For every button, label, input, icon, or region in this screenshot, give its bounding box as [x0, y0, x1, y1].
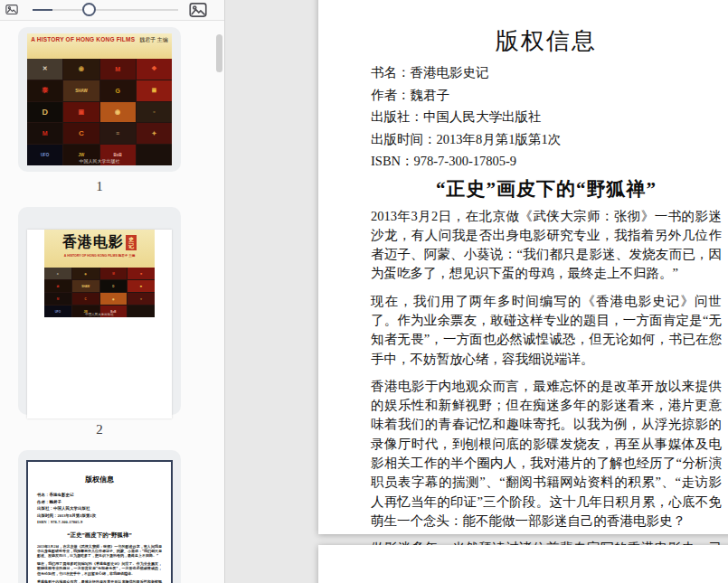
- thumbnail-list: A HISTORY OF HONG KONG FILMS 魏君子 主编 ✕ ◉ …: [0, 21, 225, 583]
- studio-logo-tile: M: [100, 268, 128, 279]
- studio-logo-tile: SHAW: [63, 80, 99, 101]
- studio-logo-tile: ≣: [128, 280, 155, 292]
- thumbnail-size-slider[interactable]: [33, 0, 178, 20]
- slider-knob[interactable]: [82, 3, 96, 16]
- mini-paragraph: 现在，我们用了两年多时间编写的《香港电影史记》问世了。作为业余票友，敢碰这样专业…: [37, 561, 162, 576]
- mini-page-heading: “正史”画皮下的“野狐禅”: [37, 531, 162, 540]
- paragraph: 现在，我们用了两年多时间编写的《香港电影史记》问世了。作为业余票友，敢碰这样专业…: [371, 292, 722, 369]
- studio-logo-grid-mini: ✕ ◉ M ❖ 泰 SHAW D ≣ M C ◉ ✦ UFO: [44, 268, 155, 317]
- mini-meta-line: ISBN：978-7-300-17805-9: [37, 519, 162, 526]
- thumbnail-toolbar: [0, 0, 224, 21]
- thumbnail-page-2[interactable]: 香港电影 史 记 A HISTORY OF HONG KONG FILMS 魏君…: [18, 207, 181, 415]
- ebook-reader-window: A HISTORY OF HONG KONG FILMS 魏君子 主编 ✕ ◉ …: [0, 0, 728, 583]
- thumbnail-size-small-icon[interactable]: [5, 4, 18, 15]
- thumbnail-sidebar: A HISTORY OF HONG KONG FILMS 魏君子 主编 ✕ ◉ …: [0, 0, 225, 583]
- sidebar-scrollbar[interactable]: [216, 34, 222, 72]
- studio-logo-tile: ✦: [137, 123, 172, 144]
- meta-book-title: 书名：香港电影史记: [371, 66, 722, 80]
- studio-logo-tile: C: [72, 293, 99, 305]
- studio-logo-tile: ❖: [137, 59, 172, 80]
- mini-paragraph: 香港电影于内地观众而言，最难忘怀的是改革开放以来提供的娱乐性和新鲜视野；但在痴迷…: [37, 579, 162, 583]
- mini-meta-line: 出版社：中国人民大学出版社: [37, 505, 162, 512]
- cover-mini-top: 香港电影 史 记 A HISTORY OF HONG KONG FILMS 魏君…: [44, 230, 155, 268]
- meta-publisher: 出版社：中国人民大学出版社: [371, 110, 722, 124]
- copyright-page: 版权信息 书名：香港电影史记 作者：魏君子 出版社：中国人民大学出版社 出版时间…: [318, 0, 728, 534]
- mini-page-title: 版权信息: [37, 475, 162, 484]
- studio-logo-tile: ▣: [63, 102, 99, 123]
- copyright-page-preview: 版权信息 书名：香港电影史记 作者：魏君子 出版社：中国人民大学出版社 出版时间…: [26, 460, 173, 583]
- slider-track[interactable]: [33, 9, 178, 11]
- section-heading: “正史”画皮下的“野狐禅”: [371, 179, 722, 199]
- page-label-1: 1: [18, 179, 181, 194]
- studio-logo-tile: ≣: [137, 80, 172, 101]
- page-title: 版权信息: [371, 25, 722, 57]
- studio-logo-tile: M: [27, 123, 62, 144]
- studio-logo-tile: SHAW: [72, 280, 99, 292]
- studio-logo-tile: D: [100, 280, 128, 292]
- thumbnail-size-large-icon[interactable]: [189, 2, 207, 18]
- thumbnail-page-3-selected[interactable]: 版权信息 书名：香港电影史记 作者：魏君子 出版社：中国人民大学出版社 出版时间…: [18, 450, 181, 583]
- cover-publisher-text: 中国人民大学出版社: [44, 313, 155, 316]
- meta-publish-date: 出版时间：2013年8月第1版第1次: [371, 133, 722, 146]
- cover-subtitle-text: A HISTORY OF HONG KONG FILMS 魏君子 主编: [44, 254, 155, 258]
- slider-fill: [33, 9, 52, 11]
- studio-logo-tile: M: [100, 59, 136, 80]
- meta-isbn: ISBN：978-7-300-17805-9: [371, 155, 722, 168]
- title-page-preview: 香港电影 史 记 A HISTORY OF HONG KONG FILMS 魏君…: [27, 230, 172, 418]
- studio-logo-tile: ✕: [44, 268, 71, 279]
- studio-logo-tile: D: [27, 102, 62, 123]
- stamp-char-top: 史: [128, 237, 134, 243]
- book-cover-art: A HISTORY OF HONG KONG FILMS 魏君子 主编 ✕ ◉ …: [27, 33, 172, 165]
- thumbnail-page-1[interactable]: A HISTORY OF HONG KONG FILMS 魏君子 主编 ✕ ◉ …: [18, 27, 181, 172]
- cover-banner-byline: 魏君子 主编: [139, 36, 168, 59]
- studio-logo-tile: M: [44, 293, 71, 305]
- studio-logo-tile: 泰: [44, 280, 71, 292]
- cover-publisher-text: 中国人民大学出版社: [27, 158, 172, 164]
- next-page: [318, 545, 728, 583]
- studio-logo-tile: ◉: [100, 293, 128, 305]
- studio-logo-tile: ▫: [137, 102, 172, 123]
- studio-logo-tile: G: [100, 80, 136, 101]
- mini-paragraph: 2013年3月2日，在北京做《武侠大宗师：张彻》一书的影迷沙龙，有人问我是否出身…: [37, 544, 162, 559]
- studio-logo-tile: ❖: [128, 268, 155, 279]
- mini-meta-line: 作者：魏君子: [37, 499, 162, 506]
- studio-logo-tile: ◉: [63, 59, 99, 80]
- paragraph: 2013年3月2日，在北京做《武侠大宗师：张彻》一书的影迷沙龙，有人问我是否出身…: [371, 207, 722, 284]
- page-label-2: 2: [18, 422, 181, 437]
- mini-meta-line: 书名：香港电影史记: [37, 492, 162, 499]
- stamp-char-bottom: 记: [128, 243, 134, 249]
- studio-logo-tile: ≡: [100, 123, 136, 144]
- paragraph: 香港电影于内地观众而言，最难忘怀的是改革开放以来提供的娱乐性和新鲜视野；但在痴迷…: [371, 377, 722, 531]
- meta-author: 作者：魏君子: [371, 89, 722, 102]
- cover-title-text: 香港电影: [62, 233, 124, 252]
- studio-logo-tile: ◉: [100, 102, 136, 123]
- title-page-cover-art: 香港电影 史 记 A HISTORY OF HONG KONG FILMS 魏君…: [44, 230, 155, 317]
- studio-logo-tile: ◉: [72, 268, 99, 279]
- studio-logo-tile: ✕: [27, 59, 62, 80]
- cover-banner: A HISTORY OF HONG KONG FILMS 魏君子 主编: [27, 33, 172, 59]
- cover-title-stamp: 史 记: [126, 235, 137, 250]
- studio-logo-grid: ✕ ◉ M ❖ 泰 SHAW G ≣ D ▣ ◉ ▫ M C ≡: [27, 59, 172, 165]
- cover-banner-text: A HISTORY OF HONG KONG FILMS: [31, 36, 135, 59]
- studio-logo-tile: C: [63, 123, 99, 144]
- mini-meta-line: 出版时间：2013年8月第1版第1次: [37, 512, 162, 520]
- studio-logo-tile: ✦: [128, 293, 155, 305]
- studio-logo-tile: 泰: [27, 80, 62, 101]
- document-canvas: 版权信息 书名：香港电影史记 作者：魏君子 出版社：中国人民大学出版社 出版时间…: [226, 0, 728, 583]
